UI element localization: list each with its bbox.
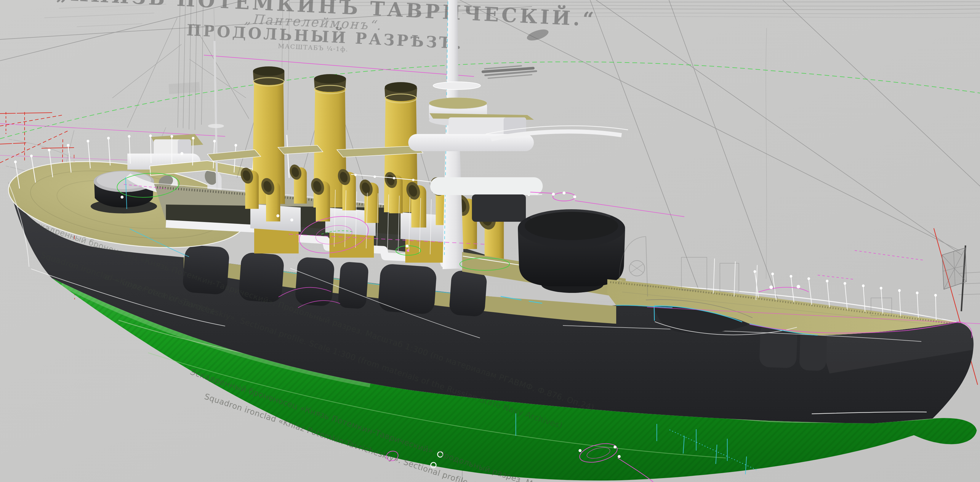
ship-render-svg: „КНЯЗЬ ПОТЕМКИНЪ ТАВРИЧЕСКІЙ.“ „Пантелей… — [0, 0, 980, 482]
pedestal-1 — [254, 228, 299, 254]
pedestal-2 — [329, 232, 374, 258]
mast-disc-platform — [433, 82, 480, 89]
render-canvas: „КНЯЗЬ ПОТЕМКИНЪ ТАВРИЧЕСКІЙ.“ „Пантелей… — [0, 0, 980, 482]
conning-tower — [472, 195, 526, 222]
aft-turret — [91, 171, 157, 214]
chart-house-band — [430, 177, 543, 195]
